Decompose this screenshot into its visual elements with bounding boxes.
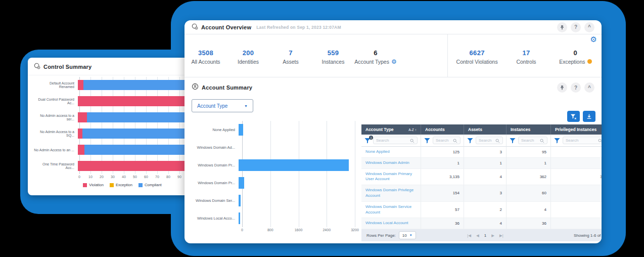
rows-per-page-label: Rows Per Page:	[366, 233, 396, 238]
download-button[interactable]	[583, 111, 595, 122]
account-types-gear-icon[interactable]: ⚙	[391, 59, 397, 65]
filter-funnel-icon[interactable]: 1	[364, 138, 371, 144]
search-icon	[453, 136, 457, 145]
search-input-accounts[interactable]	[436, 138, 451, 143]
x-axis-tick-label: 40	[122, 175, 126, 179]
cell-accounts: 57	[421, 202, 464, 219]
gridline	[355, 121, 355, 227]
bar-segment-violation[interactable]	[78, 112, 87, 122]
x-axis-tick-label: 50	[133, 175, 137, 179]
next-page-button[interactable]: ▶	[491, 233, 494, 238]
bar-segment-compliant[interactable]	[87, 112, 189, 122]
category-label: No Admin access to a ser...	[34, 114, 78, 121]
account-type-dropdown[interactable]: Account Type ▼	[192, 99, 253, 112]
account-summary-bar[interactable]	[239, 177, 244, 189]
search-input-privileged-instances[interactable]	[566, 138, 596, 143]
stats-vertical-divider	[447, 34, 448, 77]
bar-segment-violation[interactable]	[78, 96, 189, 106]
column-header-label: Accounts	[425, 127, 445, 132]
bar-track	[239, 121, 351, 139]
table-action-buttons	[567, 111, 595, 122]
stat-label-text: Controls	[516, 59, 536, 65]
account-type-link[interactable]: Windows Domain Admin	[361, 158, 421, 169]
pin-button[interactable]	[557, 22, 567, 32]
bar-segment-compliant[interactable]	[83, 80, 189, 90]
stat-label: Control Violations	[456, 59, 498, 65]
rows-per-page-value: 10	[402, 233, 407, 238]
legend-label: Violation	[89, 183, 104, 187]
account-summary-header: Account Summary ? ^	[185, 77, 602, 98]
stat-instances: 559Instances	[312, 34, 354, 77]
x-axis-tick-label: 800	[267, 228, 273, 232]
help-button[interactable]: ?	[571, 82, 581, 93]
control-summary-gridlines	[79, 77, 191, 174]
bar-segment-violation[interactable]	[78, 128, 82, 139]
showing-count-text: Showing 1-6 of 6	[574, 233, 602, 238]
filter-funnel-icon[interactable]	[510, 138, 516, 144]
last-refreshed-text: Last Refreshed on Sep 1, 2023 12:07AM	[256, 25, 341, 30]
account-type-link[interactable]: None Applied	[361, 147, 421, 158]
account-summary-table: Account TypeA-Z↑AccountsAssetsInstancesP…	[361, 124, 602, 241]
rows-per-page-select[interactable]: 10 ▼	[399, 231, 416, 239]
cell-privileged_instances: 7	[551, 147, 602, 158]
account-summary-bar[interactable]	[239, 159, 349, 171]
last-page-button[interactable]: ▶|	[499, 233, 503, 238]
overview-stats-row: ⚙ 3508All Accounts200Identities7Assets55…	[185, 34, 602, 77]
filter-funnel-icon[interactable]	[424, 138, 430, 144]
account-summary-bar[interactable]	[239, 195, 241, 206]
filter-cell-assets	[464, 135, 507, 147]
gridline	[135, 77, 135, 174]
account-summary-section: Account Summary ? ^ Account Type ▼ None …	[185, 77, 602, 243]
bar-segment-violation[interactable]	[78, 80, 83, 90]
pin-button[interactable]	[557, 82, 567, 93]
stat-all-accounts: 3508All Accounts	[185, 34, 227, 77]
help-button[interactable]: ?	[571, 22, 581, 32]
legend-item-violation: Violation	[83, 183, 104, 187]
x-axis-tick-label: 20	[100, 175, 104, 179]
bar-segment-compliant[interactable]	[84, 145, 189, 155]
x-axis-tick-label: 2400	[323, 228, 331, 232]
clear-filters-button[interactable]	[567, 111, 580, 122]
search-input-instances[interactable]	[521, 138, 538, 143]
search-icon	[495, 136, 500, 145]
account-summary-bar[interactable]	[239, 212, 240, 224]
column-header-label: Privileged Instances	[555, 127, 596, 132]
stat-control-violations: 6627Control Violations	[452, 34, 501, 77]
search-input-account-type[interactable]	[376, 138, 408, 143]
cell-privileged_instances: 5	[551, 185, 602, 202]
bar-segment-violation[interactable]	[78, 145, 84, 155]
previous-page-button[interactable]: ◀	[476, 233, 479, 238]
account-summary-chart: None AppliedWindows Domain Ad...Windows …	[192, 121, 359, 233]
gridline	[168, 77, 169, 174]
account-type-link[interactable]: Windows Local Account	[361, 218, 421, 229]
chart-row-none-applied: None Applied	[192, 121, 359, 139]
bar-segment-violation[interactable]	[78, 161, 189, 171]
sort-control[interactable]: A-Z↑	[408, 128, 417, 132]
account-type-link[interactable]: Windows Domain Privilege Account	[361, 185, 421, 202]
stats-primary-group: 3508All Accounts200Identities7Assets559I…	[185, 34, 397, 77]
stat-label: Account Types⚙	[354, 59, 396, 65]
stat-value: 3508	[198, 49, 213, 57]
account-type-link[interactable]: Windows Domain Service Account	[361, 202, 421, 219]
category-label: No Admin Access to an ...	[34, 148, 78, 152]
collapse-button[interactable]: ^	[584, 82, 594, 93]
search-icon	[598, 136, 602, 145]
filter-count-badge: 1	[369, 136, 373, 140]
chart-row-windows-domain-ad: Windows Domain Ad...	[192, 139, 359, 156]
bar-track	[78, 80, 186, 90]
bar-segment-compliant[interactable]	[82, 128, 189, 139]
filter-funnel-icon[interactable]	[467, 138, 473, 144]
stat-controls: 17Controls	[501, 34, 550, 77]
dashboard-canvas: Control Summary Default Account RenamedD…	[0, 0, 644, 257]
column-header-instances: Instances	[507, 124, 551, 135]
filter-funnel-icon[interactable]	[554, 138, 560, 144]
collapse-button[interactable]: ^	[584, 22, 594, 32]
account-summary-bar[interactable]	[239, 124, 243, 136]
account-type-link[interactable]: Windows Domain Primary User Account	[361, 169, 421, 186]
search-input-assets[interactable]	[479, 138, 494, 143]
account-summary-icon	[192, 83, 199, 92]
stat-label: Identities	[238, 59, 259, 65]
first-page-button[interactable]: |◀	[467, 233, 471, 238]
search-box	[373, 137, 418, 144]
legend-swatch	[110, 183, 114, 187]
